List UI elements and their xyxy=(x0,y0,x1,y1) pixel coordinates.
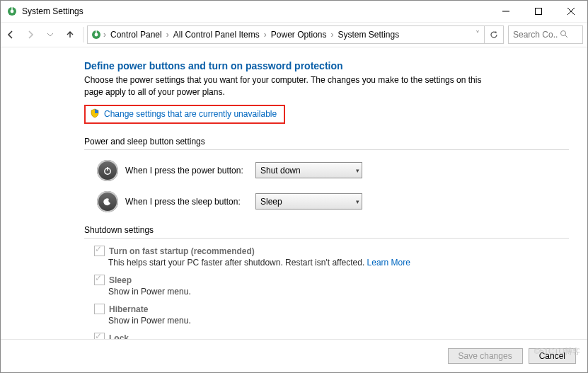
sleep-label: Sleep xyxy=(109,275,132,285)
titlebar: System Settings xyxy=(1,1,587,22)
lock-checkbox[interactable] xyxy=(94,333,105,339)
svg-rect-4 xyxy=(536,8,542,15)
refresh-button[interactable] xyxy=(484,26,503,43)
hibernate-label: Hibernate xyxy=(109,304,148,314)
chevron-down-icon: ▾ xyxy=(356,198,359,205)
search-input[interactable] xyxy=(512,29,560,40)
dropdown-value: Sleep xyxy=(260,197,282,207)
section-button-settings: Power and sleep button settings xyxy=(84,137,569,150)
hibernate-sub: Show in Power menu. xyxy=(108,316,569,326)
chevron-down-icon: ▾ xyxy=(356,167,359,174)
hibernate-row: Hibernate Show in Power menu. xyxy=(94,304,569,326)
section-label: Shutdown settings xyxy=(84,225,154,235)
shield-icon xyxy=(90,108,100,120)
breadcrumb-all-items[interactable]: All Control Panel Items xyxy=(171,30,263,40)
fast-startup-row: Turn on fast startup (recommended) This … xyxy=(94,246,569,268)
sleep-button-row: When I press the sleep button: Sleep ▾ xyxy=(97,191,569,212)
svg-point-1 xyxy=(11,10,14,13)
address-bar[interactable]: › Control Panel › All Control Panel Item… xyxy=(87,25,504,44)
forward-button[interactable] xyxy=(21,25,40,45)
watermark: ©51CTO博客 xyxy=(534,346,580,357)
breadcrumb-control-panel[interactable]: Control Panel xyxy=(108,30,165,40)
svg-rect-9 xyxy=(96,30,96,33)
breadcrumb-system-settings[interactable]: System Settings xyxy=(335,30,402,40)
search-icon xyxy=(560,30,568,40)
sleep-row: Sleep Show in Power menu. xyxy=(94,275,569,297)
recent-locations-button[interactable] xyxy=(40,25,60,45)
nav-row: › Control Panel › All Control Panel Item… xyxy=(1,22,587,47)
svg-rect-2 xyxy=(11,7,12,10)
back-button[interactable] xyxy=(1,25,21,45)
admin-link-highlight: Change settings that are currently unava… xyxy=(84,105,285,124)
chevron-down-icon[interactable]: ˅ xyxy=(474,30,484,40)
sleep-sub: Show in Power menu. xyxy=(108,287,569,297)
svg-point-8 xyxy=(95,33,98,37)
svg-point-10 xyxy=(561,30,566,35)
power-options-icon xyxy=(6,6,18,17)
power-button-dropdown[interactable]: Shut down ▾ xyxy=(255,162,362,178)
lock-label: Lock xyxy=(109,333,129,339)
window: System Settings › Control Panel › All Co… xyxy=(0,0,588,373)
change-unavailable-settings-link[interactable]: Change settings that are currently unava… xyxy=(104,109,277,119)
power-icon xyxy=(97,160,118,181)
power-options-icon xyxy=(91,29,102,40)
sleep-checkbox[interactable] xyxy=(94,275,105,285)
up-button[interactable] xyxy=(60,25,80,45)
sleep-button-dropdown[interactable]: Sleep ▾ xyxy=(255,193,362,210)
breadcrumb-power-options[interactable]: Power Options xyxy=(268,30,330,40)
footer: Save changes Cancel xyxy=(1,339,587,372)
close-button[interactable] xyxy=(555,1,587,22)
shutdown-settings-block: Turn on fast startup (recommended) This … xyxy=(94,246,569,339)
sleep-button-label: When I press the sleep button: xyxy=(125,197,248,207)
fast-startup-sub: This helps start your PC faster after sh… xyxy=(108,258,569,268)
maximize-button[interactable] xyxy=(522,1,555,22)
page-description: Choose the power settings that you want … xyxy=(84,74,495,99)
page-title: Define power buttons and turn on passwor… xyxy=(84,60,569,71)
dropdown-value: Shut down xyxy=(260,166,301,176)
hibernate-checkbox[interactable] xyxy=(94,304,105,314)
learn-more-link[interactable]: Learn More xyxy=(367,258,410,268)
search-box[interactable] xyxy=(508,25,583,44)
fast-startup-checkbox[interactable] xyxy=(94,246,105,256)
chevron-right-icon[interactable]: › xyxy=(263,30,268,40)
lock-row: Lock Show in account picture menu. xyxy=(94,333,569,339)
power-button-label: When I press the power button: xyxy=(125,166,248,176)
content-area: Define power buttons and turn on passwor… xyxy=(1,47,587,339)
minimize-button[interactable] xyxy=(490,1,522,22)
section-shutdown-settings: Shutdown settings xyxy=(84,225,569,239)
save-changes-button[interactable]: Save changes xyxy=(448,348,523,364)
fast-startup-label: Turn on fast startup (recommended) xyxy=(109,246,255,256)
chevron-right-icon[interactable]: › xyxy=(329,30,335,40)
section-label: Power and sleep button settings xyxy=(84,137,205,147)
sleep-icon xyxy=(97,191,118,212)
chevron-right-icon[interactable]: › xyxy=(165,30,171,40)
window-title: System Settings xyxy=(22,6,83,16)
power-button-row: When I press the power button: Shut down… xyxy=(97,160,569,181)
nav-separator xyxy=(83,27,84,42)
chevron-right-icon[interactable]: › xyxy=(102,30,108,40)
svg-line-11 xyxy=(565,35,567,38)
